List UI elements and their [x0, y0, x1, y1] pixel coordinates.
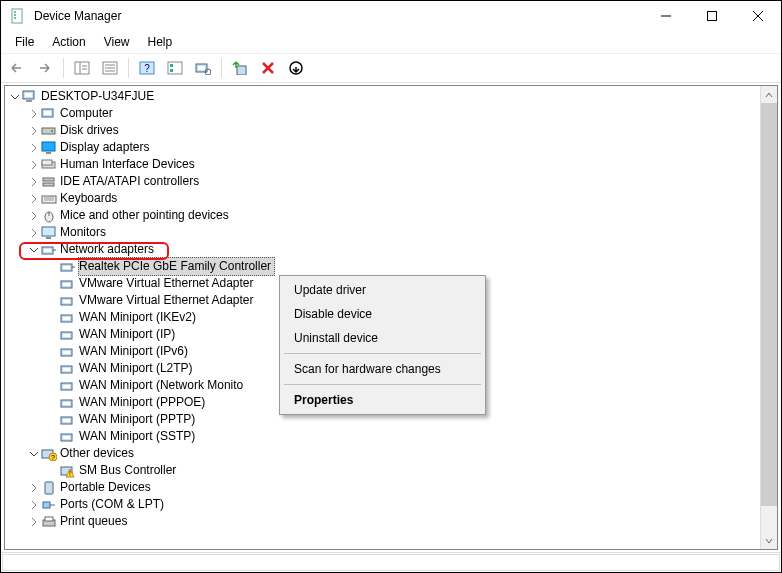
tree-item-label: Network adapters [60, 241, 158, 258]
expander-closed-icon[interactable] [27, 158, 41, 172]
tree-item[interactable]: IDE ATA/ATAPI controllers [5, 173, 760, 190]
svg-rect-46 [42, 227, 55, 236]
svg-rect-32 [44, 111, 51, 115]
expander-open-icon[interactable] [27, 243, 41, 257]
scroll-down-icon[interactable] [761, 532, 777, 549]
svg-rect-52 [63, 266, 70, 269]
back-button[interactable] [5, 57, 29, 79]
update-driver-icon-button[interactable] [228, 57, 252, 79]
uninstall-icon-button[interactable] [256, 57, 280, 79]
tree-item-label: Ports (COM & LPT) [60, 496, 168, 513]
tree-leaf[interactable]: WAN Miniport (SSTP) [5, 428, 760, 445]
svg-rect-65 [63, 368, 70, 371]
tree-item-label: Human Interface Devices [60, 156, 199, 173]
monitor-icon [41, 225, 57, 241]
svg-text:!: ! [69, 470, 71, 477]
expander-open-icon[interactable] [8, 90, 22, 104]
svg-rect-69 [63, 402, 70, 405]
other-icon: ? [41, 446, 57, 462]
scroll-track[interactable] [761, 103, 777, 532]
svg-rect-57 [63, 300, 70, 303]
menu-help[interactable]: Help [140, 33, 181, 51]
svg-rect-1 [14, 11, 16, 13]
tree-item-network-adapters[interactable]: Network adapters [5, 241, 760, 258]
svg-rect-18 [168, 62, 182, 74]
tree-leaf-label: Realtek PCIe GbE Family Controller [78, 257, 275, 276]
svg-rect-36 [46, 152, 51, 154]
tree-item[interactable]: Computer [5, 105, 760, 122]
tree-item[interactable]: Ports (COM & LPT) [5, 496, 760, 513]
toolbar: ? [1, 53, 781, 83]
show-hide-tree-button[interactable] [70, 57, 94, 79]
close-button[interactable] [735, 1, 781, 31]
tree-item[interactable]: Keyboards [5, 190, 760, 207]
tree-item-label: Display adapters [60, 139, 153, 156]
tree-leaf-label: WAN Miniport (PPPOE) [79, 394, 209, 411]
help-button[interactable]: ? [135, 57, 159, 79]
ide-icon [41, 174, 57, 190]
statusbar [1, 552, 781, 572]
tree-item[interactable]: Portable Devices [5, 479, 760, 496]
scroll-thumb[interactable] [761, 103, 777, 506]
svg-text:?: ? [51, 454, 55, 461]
svg-rect-71 [63, 419, 70, 422]
tree-leaf-label: WAN Miniport (IKEv2) [79, 309, 200, 326]
menu-view[interactable]: View [96, 33, 138, 51]
scan-hardware-button[interactable] [191, 57, 215, 79]
expander-closed-icon[interactable] [27, 498, 41, 512]
svg-rect-30 [26, 100, 32, 102]
expander-closed-icon[interactable] [27, 124, 41, 138]
tree-item[interactable]: Print queues [5, 513, 760, 530]
tree-item-label: Computer [60, 105, 117, 122]
svg-rect-40 [43, 183, 54, 186]
menu-uninstall-device[interactable]: Uninstall device [282, 326, 483, 350]
expander-open-icon[interactable] [27, 447, 41, 461]
tree-item-other-devices[interactable]: ?Other devices [5, 445, 760, 462]
expander-closed-icon[interactable] [27, 226, 41, 240]
expander-closed-icon[interactable] [27, 209, 41, 223]
network-icon [60, 344, 76, 360]
menubar: File Action View Help [1, 31, 781, 53]
titlebar: Device Manager [1, 1, 781, 31]
forward-button[interactable] [33, 57, 57, 79]
tree-item[interactable]: Display adapters [5, 139, 760, 156]
maximize-button[interactable] [689, 1, 735, 31]
menu-scan-hardware[interactable]: Scan for hardware changes [282, 357, 483, 381]
network-icon [60, 395, 76, 411]
expander-closed-icon[interactable] [27, 175, 41, 189]
action-button[interactable] [163, 57, 187, 79]
tree-item[interactable]: Monitors [5, 224, 760, 241]
svg-rect-59 [63, 317, 70, 320]
expander-closed-icon[interactable] [27, 107, 41, 121]
tree-leaf-selected[interactable]: Realtek PCIe GbE Family Controller [5, 258, 760, 275]
expander-closed-icon[interactable] [27, 515, 41, 529]
network-icon [60, 378, 76, 394]
scroll-up-icon[interactable] [761, 86, 777, 103]
expander-closed-icon[interactable] [27, 141, 41, 155]
svg-point-34 [51, 130, 53, 132]
computer-icon [22, 89, 38, 105]
svg-rect-8 [75, 62, 89, 74]
menu-file[interactable]: File [7, 33, 42, 51]
tree-item[interactable]: Mice and other pointing devices [5, 207, 760, 224]
svg-rect-67 [63, 385, 70, 388]
computer-icon [41, 106, 57, 122]
tree-leaf-label: SM Bus Controller [79, 462, 180, 479]
expander-closed-icon[interactable] [27, 481, 41, 495]
window: Device Manager File Action View Help ? [0, 0, 782, 573]
menu-properties[interactable]: Properties [282, 388, 483, 412]
tree-leaf[interactable]: !SM Bus Controller [5, 462, 760, 479]
tree-root-row[interactable]: DESKTOP-U34FJUE [5, 88, 760, 105]
minimize-button[interactable] [643, 1, 689, 31]
tree-item[interactable]: Human Interface Devices [5, 156, 760, 173]
properties-button[interactable] [98, 57, 122, 79]
disable-icon-button[interactable] [284, 57, 308, 79]
svg-rect-3 [14, 17, 16, 19]
tree-item-label: Disk drives [60, 122, 123, 139]
tree-item[interactable]: Disk drives [5, 122, 760, 139]
menu-action[interactable]: Action [44, 33, 93, 51]
menu-update-driver[interactable]: Update driver [282, 278, 483, 302]
menu-disable-device[interactable]: Disable device [282, 302, 483, 326]
expander-closed-icon[interactable] [27, 192, 41, 206]
vertical-scrollbar[interactable] [760, 86, 777, 549]
